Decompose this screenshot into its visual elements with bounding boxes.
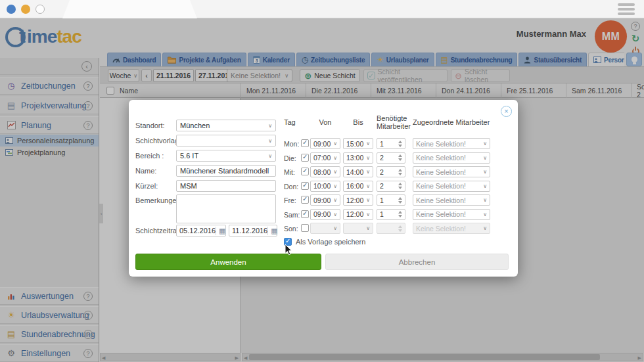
to-time-select[interactable]: ∨ — [343, 223, 373, 234]
count-value: 2 — [380, 182, 384, 190]
day-label: Sam: — [284, 211, 300, 219]
to-time-select[interactable]: 12:00∨ — [343, 194, 373, 206]
standort-label: Standort: — [135, 122, 176, 129]
from-value: 08:00 — [313, 168, 331, 176]
window-button-white[interactable] — [35, 5, 45, 14]
to-time-select[interactable]: 16:00∨ — [343, 181, 373, 192]
spinner-arrows-icon[interactable] — [398, 154, 402, 161]
chevron-down-icon: ∨ — [366, 183, 370, 189]
browser-tab-shape[interactable] — [62, 0, 197, 18]
from-time-select[interactable]: 07:00∨ — [310, 152, 340, 164]
to-value: 14:00 — [346, 168, 363, 176]
day-checkbox[interactable] — [301, 139, 309, 147]
chevron-down-icon: ∨ — [483, 141, 487, 147]
to-value: 13:00 — [346, 154, 363, 162]
required-count-stepper[interactable]: 2 — [377, 166, 405, 177]
assigned-employees-select[interactable]: Keine Selektion!∨ — [413, 223, 490, 234]
save-as-template-label: Als Vorlage speichern — [296, 238, 365, 246]
hamburger-menu-icon[interactable] — [618, 3, 635, 17]
day-checkbox[interactable] — [301, 182, 309, 190]
window-button-blue[interactable] — [7, 5, 16, 14]
col-header-tag: Tag — [284, 118, 296, 126]
spinner-arrows-icon[interactable] — [398, 169, 402, 175]
assigned-placeholder: Keine Selektion! — [416, 210, 466, 218]
shift-day-row-son: Son: ∨ ∨ Keine Selektion!∨ — [129, 223, 518, 235]
assigned-placeholder: Keine Selektion! — [416, 154, 466, 162]
required-count-stepper[interactable]: 2 — [377, 152, 405, 164]
window-button-yellow[interactable] — [21, 5, 30, 14]
day-checkbox[interactable] — [301, 196, 309, 204]
to-value: 16:00 — [346, 182, 363, 190]
to-time-select[interactable]: 12:00∨ — [343, 209, 373, 220]
assigned-employees-select[interactable]: Keine Selektion!∨ — [413, 138, 490, 149]
spinner-arrows-icon[interactable] — [398, 141, 402, 147]
spinner-arrows-icon[interactable] — [398, 225, 402, 232]
standort-value: München — [180, 122, 210, 129]
assigned-employees-select[interactable]: Keine Selektion!∨ — [413, 194, 490, 206]
to-value: 12:00 — [346, 210, 363, 218]
day-checkbox[interactable] — [301, 154, 309, 162]
assigned-employees-select[interactable]: Keine Selektion!∨ — [413, 181, 490, 192]
chevron-down-icon: ∨ — [333, 169, 337, 175]
to-time-select[interactable]: 15:00∨ — [343, 138, 373, 149]
shift-day-row-mon: Mon: 09:00∨ 15:00∨ 1 Keine Selektion!∨ — [129, 138, 518, 150]
spinner-arrows-icon[interactable] — [398, 197, 402, 204]
from-time-select[interactable]: 10:00∨ — [310, 181, 340, 192]
day-checkbox[interactable] — [301, 210, 309, 218]
chevron-down-icon: ∨ — [333, 212, 337, 217]
from-time-select[interactable]: 09:00∨ — [310, 194, 340, 206]
shift-day-row-fre: Fre: 09:00∨ 12:00∨ 1 Keine Selektion!∨ — [129, 194, 518, 206]
day-label: Mit: — [284, 168, 295, 176]
assigned-placeholder: Keine Selektion! — [416, 225, 466, 233]
from-time-select[interactable]: ∨ — [310, 223, 340, 234]
chevron-down-icon: ∨ — [366, 141, 370, 147]
from-time-select[interactable]: 09:00∨ — [310, 138, 340, 149]
required-count-stepper[interactable]: 1 — [377, 138, 405, 149]
day-checkbox[interactable] — [301, 224, 309, 232]
chevron-down-icon: ∨ — [366, 212, 370, 217]
from-value: 09:00 — [313, 196, 331, 204]
count-value: 2 — [380, 168, 384, 176]
day-label: Don: — [284, 183, 298, 191]
spinner-arrows-icon[interactable] — [398, 211, 402, 217]
from-value: 10:00 — [313, 182, 331, 190]
col-header-zugeordnete: Zugeordnete Mitarbeiter — [413, 118, 511, 126]
required-count-stepper[interactable]: 1 — [377, 209, 405, 220]
chevron-down-icon: ∨ — [483, 197, 487, 203]
assigned-employees-select[interactable]: Keine Selektion!∨ — [413, 166, 490, 177]
shift-day-row-mit: Mit: 08:00∨ 14:00∨ 2 Keine Selektion!∨ — [129, 166, 518, 178]
day-checkbox[interactable] — [301, 168, 309, 175]
assigned-employees-select[interactable]: Keine Selektion!∨ — [413, 152, 490, 164]
required-count-stepper[interactable]: 1 — [377, 194, 405, 206]
mouse-cursor — [285, 244, 293, 259]
chevron-down-icon: ∨ — [333, 225, 337, 231]
spinner-arrows-icon[interactable] — [398, 183, 402, 189]
shift-day-row-don: Don: 10:00∨ 16:00∨ 2 Keine Selektion!∨ — [129, 181, 518, 192]
cancel-button[interactable]: Abbrechen — [325, 254, 509, 270]
required-count-stepper[interactable]: 2 — [377, 181, 405, 192]
to-time-select[interactable]: 14:00∨ — [343, 166, 373, 177]
standort-select[interactable]: München∨ — [176, 120, 276, 131]
from-time-select[interactable]: 08:00∨ — [310, 166, 340, 177]
to-value: 15:00 — [346, 140, 363, 148]
chevron-down-icon: ∨ — [268, 123, 272, 129]
chevron-down-icon: ∨ — [483, 155, 487, 161]
chevron-down-icon: ∨ — [333, 141, 337, 147]
col-header-benoetigte: Benötigte Mitarbeiter — [377, 114, 417, 130]
apply-button[interactable]: Anwenden — [135, 254, 321, 270]
from-value: 09:00 — [313, 140, 331, 148]
to-value: 12:00 — [346, 196, 363, 204]
col-header-von: Von — [310, 118, 340, 126]
day-label: Mon: — [284, 140, 299, 148]
from-time-select[interactable]: 09:00∨ — [310, 209, 340, 220]
shift-dialog: × Standort: München∨ Schichtvorlagen: ∨ … — [129, 100, 518, 277]
assigned-employees-select[interactable]: Keine Selektion!∨ — [413, 209, 490, 220]
screen: t ime tac Mustermann Max MM ? ↻ ‹ ◷ Zeit… — [0, 0, 644, 362]
required-count-stepper[interactable] — [377, 223, 405, 234]
browser-chrome — [0, 0, 644, 18]
count-value: 2 — [380, 154, 384, 162]
to-time-select[interactable]: 13:00∨ — [343, 152, 373, 164]
close-dialog-icon[interactable]: × — [501, 106, 512, 117]
save-as-template-row[interactable]: Als Vorlage speichern — [284, 238, 365, 246]
chevron-down-icon: ∨ — [366, 169, 370, 175]
